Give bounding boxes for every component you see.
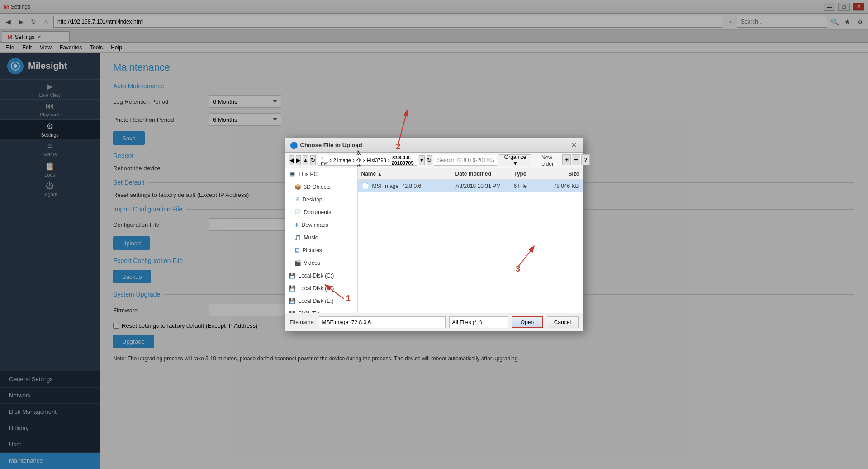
sidebar-videos[interactable]: 🎬 Videos xyxy=(285,257,357,269)
dialog-body: 💻 This PC 📦 3D Objects 🖥 Desktop 📄 Docum… xyxy=(285,168,583,313)
file-list-header: Name ▲ Date modified Type Size xyxy=(358,168,583,180)
organize-button[interactable]: Organize ▼ xyxy=(499,154,531,166)
filetype-select[interactable]: All Files (*.*) xyxy=(449,316,508,328)
sidebar-desktop[interactable]: 🖥 Desktop xyxy=(285,193,357,206)
pictures-icon: 🖼 xyxy=(294,247,300,254)
dialog-path-bar[interactable]: « nvr › 2.lmage › 1.发布版本 › Hisi3798 › 72… xyxy=(318,155,417,166)
sidebar-local-disk-c[interactable]: 💾 Local Disk (C:) xyxy=(285,269,357,282)
file-row-msf[interactable]: 📄 MSFImage_72.8.0.6 7/3/2018 10:31 PM 6 … xyxy=(358,180,583,192)
path-part-2: 2.lmage xyxy=(333,158,351,163)
file-date: 7/3/2018 10:31 PM xyxy=(451,183,510,189)
dialog-sidebar: 💻 This PC 📦 3D Objects 🖥 Desktop 📄 Docum… xyxy=(285,168,358,313)
sidebar-downloads[interactable]: ⬇ Downloads xyxy=(285,219,357,231)
sidebar-svn-f[interactable]: 💾 SVN (F:) xyxy=(285,307,357,313)
local-disk-e-icon: 💾 xyxy=(289,298,296,304)
view-button-grid[interactable]: ⊞ xyxy=(562,154,571,165)
open-button[interactable]: Open xyxy=(512,316,543,328)
3d-objects-icon: 📦 xyxy=(294,184,301,190)
file-type: 6 File xyxy=(510,183,546,189)
path-separator-3: › xyxy=(363,157,365,163)
dialog-back-button[interactable]: ◀ xyxy=(289,155,294,165)
path-separator-1: › xyxy=(330,157,332,163)
path-separator-2: › xyxy=(353,157,355,163)
dialog-titlebar: 🔵 Choose File to Upload ✕ xyxy=(285,138,583,153)
videos-icon: 🎬 xyxy=(294,260,301,266)
this-pc-icon: 💻 xyxy=(289,171,296,177)
sidebar-3d-objects[interactable]: 📦 3D Objects xyxy=(285,181,357,193)
column-name[interactable]: Name ▲ xyxy=(358,171,452,177)
filename-label: File name: xyxy=(290,319,315,325)
desktop-icon: 🖥 xyxy=(294,196,300,203)
dialog-refresh-button[interactable]: ↻ xyxy=(310,155,316,165)
file-icon: 📄 xyxy=(362,182,370,190)
cancel-button[interactable]: Cancel xyxy=(547,316,579,328)
path-part-5: 72.8.0.6-20180705 xyxy=(392,155,414,166)
documents-icon: 📄 xyxy=(294,209,301,215)
svn-f-icon: 💾 xyxy=(289,311,296,313)
path-part-4: Hisi3798 xyxy=(367,158,386,163)
sidebar-local-disk-e[interactable]: 💾 Local Disk (E:) xyxy=(285,295,357,307)
filename-input[interactable] xyxy=(319,316,446,328)
dialog-icon: 🔵 xyxy=(290,142,298,149)
local-disk-c-icon: 💾 xyxy=(289,273,296,279)
column-type: Type xyxy=(511,171,547,177)
dialog-file-list: Name ▲ Date modified Type Size 📄 MSFImag… xyxy=(358,168,583,313)
sidebar-documents[interactable]: 📄 Documents xyxy=(285,206,357,219)
local-disk-d-icon: 💾 xyxy=(289,285,296,292)
column-size: Size xyxy=(547,171,583,177)
music-icon: 🎵 xyxy=(294,234,301,241)
dialog-search-input[interactable] xyxy=(434,155,497,166)
sidebar-music[interactable]: 🎵 Music xyxy=(285,231,357,244)
path-part-1: « nvr xyxy=(321,155,327,166)
help-button[interactable]: ? xyxy=(581,154,590,165)
dialog-forward-button[interactable]: ▶ xyxy=(296,155,301,165)
file-size: 78,046 KB xyxy=(546,183,583,189)
dialog-path-refresh[interactable]: ↻ xyxy=(427,155,432,165)
downloads-icon: ⬇ xyxy=(294,222,299,228)
view-button-list[interactable]: ☰ xyxy=(572,154,580,165)
sidebar-pictures[interactable]: 🖼 Pictures xyxy=(285,244,357,257)
dialog-overlay: 🔵 Choose File to Upload ✕ ◀ ▶ ▲ ↻ « nvr … xyxy=(0,0,868,469)
dialog-path-dropdown[interactable]: ▼ xyxy=(419,155,425,165)
dialog-close-button[interactable]: ✕ xyxy=(569,141,579,150)
sidebar-local-disk-d[interactable]: 💾 Local Disk (D:) xyxy=(285,282,357,295)
file-dialog: 🔵 Choose File to Upload ✕ ◀ ▶ ▲ ↻ « nvr … xyxy=(285,138,583,331)
new-folder-button[interactable]: New folder xyxy=(532,154,561,166)
dialog-up-button[interactable]: ▲ xyxy=(303,155,309,165)
sidebar-this-pc[interactable]: 💻 This PC xyxy=(285,168,357,181)
dialog-toolbar: ◀ ▶ ▲ ↻ « nvr › 2.lmage › 1.发布版本 › Hisi3… xyxy=(285,153,583,168)
dialog-footer: File name: All Files (*.*) Open Cancel xyxy=(285,313,583,331)
file-name: 📄 MSFImage_72.8.0.6 xyxy=(358,182,451,190)
path-separator-4: › xyxy=(388,157,390,163)
dialog-title: 🔵 Choose File to Upload xyxy=(290,142,362,149)
column-date[interactable]: Date modified xyxy=(452,171,511,177)
